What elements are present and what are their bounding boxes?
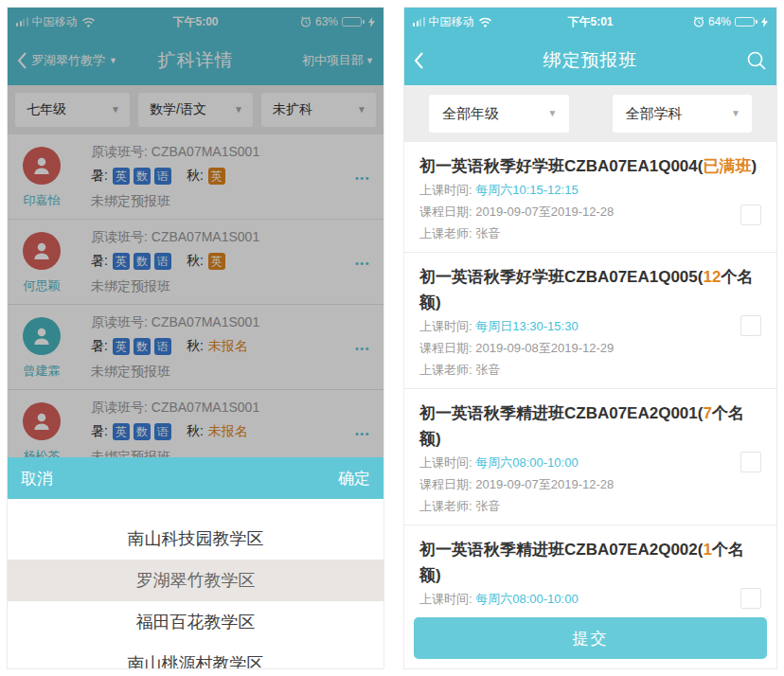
chevron-down-icon: ▼ <box>548 109 558 118</box>
quota-highlight: 已满班 <box>703 157 751 175</box>
class-checkbox[interactable] <box>740 588 761 609</box>
carrier-label: 中国移动 <box>429 14 474 30</box>
quota-highlight: 12 <box>703 268 721 286</box>
battery-percent: 64% <box>708 15 731 28</box>
chevron-down-icon: ▼ <box>731 109 740 118</box>
picker-wheel: 南山科技园教学区 罗湖翠竹教学区 福田百花教学区 南山桃源村教学区 <box>8 499 383 668</box>
class-item: 初一英语秋季精进班CZBA07EA2Q002(1个名额) 上课时间: 每周六08… <box>404 525 776 617</box>
signal-icon <box>413 17 425 27</box>
class-title: 初一英语秋季好学班CZBA07EA1Q004(已满班) <box>419 153 761 179</box>
confirm-button[interactable]: 确定 <box>338 468 370 489</box>
date-label: 课程日期: <box>419 205 472 219</box>
submit-button[interactable]: 提交 <box>414 617 767 659</box>
time-label: 上课时间: <box>419 592 472 606</box>
quota-highlight: 7 <box>703 404 711 422</box>
time-label: 上课时间: <box>419 455 472 470</box>
battery-icon <box>735 17 757 27</box>
teacher-label: 上课老师: <box>419 499 472 513</box>
picker-option-selected[interactable]: 罗湖翠竹教学区 <box>8 560 383 601</box>
date-value: 2019-09-08至2019-12-29 <box>475 341 614 355</box>
date-value: 2019-09-07至2019-12-28 <box>475 205 614 219</box>
picker-option[interactable]: 南山科技园教学区 <box>8 518 383 560</box>
class-item: 初一英语秋季好学班CZBA07EA1Q004(已满班) 上课时间: 每周六10:… <box>404 142 776 253</box>
subject-filter[interactable]: 全部学科 ▼ <box>613 95 753 133</box>
status-bar: 中国移动 下午5:01 64% <box>404 8 776 36</box>
class-checkbox[interactable] <box>740 205 761 225</box>
class-title: 初一英语秋季精进班CZBA07EA2Q002(1个名额) <box>419 537 761 588</box>
screen-bind-preclass: 中国移动 下午5:01 64% 绑定预报班 <box>404 8 776 668</box>
screen-expand-detail: 中国移动 下午5:00 63% 扩科详情 罗湖翠竹教学 ▼ <box>8 8 383 668</box>
class-item: 初一英语秋季好学班CZBA07EA1Q005(12个名额) 上课时间: 每周日1… <box>404 253 776 389</box>
class-checkbox[interactable] <box>740 452 761 472</box>
subject-filter-value: 全部学科 <box>626 105 683 123</box>
teacher-value: 张音 <box>475 226 500 240</box>
page-title: 绑定预报班 <box>404 36 776 85</box>
class-title: 初一英语秋季精进班CZBA07EA2Q001(7个名额) <box>419 400 761 452</box>
teacher-value: 张音 <box>475 499 500 513</box>
nav-bar: 绑定预报班 <box>404 36 776 85</box>
teacher-label: 上课老师: <box>419 363 472 377</box>
picker-option[interactable]: 南山桃源村教学区 <box>8 643 383 668</box>
time-value: 每周六08:00-10:00 <box>475 455 578 470</box>
time-value: 每周日13:30-15:30 <box>475 319 578 333</box>
cancel-button[interactable]: 取消 <box>21 468 53 489</box>
teacher-value: 张音 <box>475 363 500 377</box>
search-button[interactable] <box>746 36 767 85</box>
date-value: 2019-09-07至2019-12-28 <box>475 477 614 491</box>
grade-filter-value: 全部年级 <box>442 105 499 123</box>
region-picker-sheet: 取消 确定 南山科技园教学区 罗湖翠竹教学区 福田百花教学区 南山桃源村教学区 <box>8 457 383 668</box>
picker-toolbar: 取消 确定 <box>8 457 383 499</box>
picker-option[interactable]: 福田百花教学区 <box>8 601 383 643</box>
time-value: 每周六10:15-12:15 <box>475 183 578 197</box>
charging-bolt-icon <box>761 17 768 27</box>
teacher-label: 上课老师: <box>419 226 472 240</box>
time-label: 上课时间: <box>419 319 472 333</box>
alarm-icon <box>693 16 704 27</box>
class-title: 初一英语秋季好学班CZBA07EA1Q005(12个名额) <box>419 264 761 315</box>
wifi-icon <box>478 17 492 27</box>
class-item: 初一英语秋季精进班CZBA07EA2Q001(7个名额) 上课时间: 每周六08… <box>404 389 776 525</box>
time-value: 每周六08:00-10:00 <box>475 592 578 606</box>
search-icon[interactable] <box>746 50 767 71</box>
modal-dim-overlay[interactable] <box>8 8 383 457</box>
time-label: 上课时间: <box>419 183 472 197</box>
date-label: 课程日期: <box>419 477 472 491</box>
quota-highlight: 1 <box>703 541 711 559</box>
date-label: 课程日期: <box>419 341 472 355</box>
class-checkbox[interactable] <box>740 315 761 336</box>
class-list: 初一英语秋季好学班CZBA07EA1Q004(已满班) 上课时间: 每周六10:… <box>404 142 776 617</box>
filter-bar: 全部年级 ▼ 全部学科 ▼ <box>404 85 776 142</box>
back-button[interactable] <box>414 36 424 85</box>
back-icon[interactable] <box>414 51 424 70</box>
grade-filter[interactable]: 全部年级 ▼ <box>429 95 569 133</box>
